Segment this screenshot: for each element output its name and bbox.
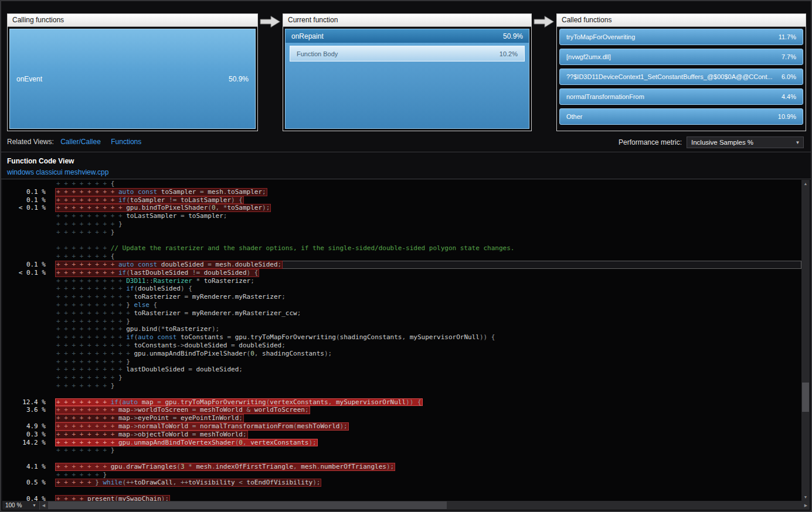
code-lines: + + + + + + + {0.1 %+ + + + + + + + auto… [2, 180, 801, 501]
current-function-name: onRepaint [291, 32, 324, 40]
code-line[interactable]: + + + + + + + { [2, 252, 801, 261]
line-sample-percent [2, 374, 46, 382]
called-function-bar[interactable]: ??$ID3D11DeviceContext1_SetConstantBuffe… [559, 69, 803, 85]
code-line[interactable]: + + + + + + + + + gpu.bind(*toRasterizer… [2, 325, 801, 333]
calling-functions-panel: Calling functions onEvent 50.9% [7, 13, 258, 131]
code-line[interactable]: 14.2 %+ + + + + + + + gpu.unmapAndBindTo… [2, 439, 801, 447]
code-line[interactable]: + + + + + + + } [2, 228, 801, 237]
code-line[interactable]: + + + + + + + + + if(auto const toConsta… [2, 333, 801, 342]
code-line[interactable]: < 0.1 %+ + + + + + + + if(lastDoubleSide… [2, 269, 801, 277]
code-line[interactable]: 0.1 %+ + + + + + + + if(toSampler != toL… [2, 196, 801, 204]
line-code: + + + + + + + + } [55, 374, 124, 382]
code-line[interactable]: + + + + + + + + + } else { [2, 301, 801, 309]
called-function-bar[interactable]: normalTransformationFrom4.4% [559, 88, 803, 105]
related-view-link-caller-callee[interactable]: Caller/Callee [60, 138, 101, 146]
code-line[interactable]: + + + + + + + + } [2, 220, 801, 228]
called-function-label: tryToMapForOverwriting [566, 33, 635, 40]
called-function-bar[interactable]: tryToMapForOverwriting11.7% [559, 29, 803, 45]
code-line[interactable]: + + + + + + + + + + toRasterizer = myRen… [2, 293, 801, 301]
code-line[interactable] [2, 487, 801, 495]
line-code: + + + + + + + + + if(doubleSided) { [55, 285, 193, 293]
current-function-header[interactable]: onRepaint 50.9% [286, 29, 529, 43]
called-function-value: 7.7% [782, 53, 796, 60]
code-line[interactable]: + + + + + + + + + + toRasterizer = myRen… [2, 309, 801, 318]
code-line[interactable]: 4.9 %+ + + + + + + + map->normalToWorld … [2, 422, 801, 431]
current-function-panel: Current function onRepaint 50.9% Functio… [283, 13, 532, 131]
code-line[interactable]: 12.4 %+ + + + + + + if(auto map = gpu.tr… [2, 398, 801, 407]
code-line[interactable]: 4.1 %+ + + + + + + gpu.drawTriangles(3 *… [2, 463, 801, 471]
code-line[interactable] [2, 390, 801, 398]
code-line[interactable]: + + + + + + + } [2, 382, 801, 390]
code-line[interactable]: + + + + + + + // Update the rasterizer a… [2, 244, 801, 252]
code-line[interactable] [2, 237, 801, 245]
called-function-label: normalTransformationFrom [566, 93, 644, 100]
code-line[interactable]: + + + + + + + + + D3D11::Rasterizer * to… [2, 277, 801, 285]
code-line[interactable]: + + + + + + } [2, 471, 801, 479]
performance-metric-select[interactable]: Inclusive Samples % ▼ [687, 136, 804, 148]
current-function-body: onRepaint 50.9% Function Body 10.2% [283, 27, 531, 131]
related-view-link-functions[interactable]: Functions [111, 138, 141, 146]
code-line[interactable]: < 0.1 %+ + + + + + + + + gpu.bindToPixel… [2, 204, 801, 212]
line-code: + + + + + + + { [55, 252, 115, 261]
called-function-label: [nvwgf2umx.dll] [566, 53, 611, 60]
code-line[interactable]: 3.6 %+ + + + + + + + map->worldToScreen … [2, 406, 801, 414]
called-function-label: ??$ID3D11DeviceContext1_SetConstantBuffe… [566, 73, 773, 80]
code-line[interactable] [2, 455, 801, 463]
line-sample-percent [2, 414, 46, 422]
source-file-link[interactable]: windows classicui meshview.cpp [7, 168, 108, 176]
code-line[interactable]: 0.4 %+ + + + present(mySwapChain); [2, 495, 801, 501]
code-line[interactable]: + + + + + + + + map->eyePoint = eyePoint… [2, 414, 801, 422]
line-code: + + + + + + + + + } [55, 358, 131, 366]
code-line-current[interactable]: 0.1 %+ + + + + + + + auto const doubleSi… [2, 261, 801, 269]
line-sample-percent: 0.5 % [2, 479, 46, 487]
horizontal-scrollbar[interactable]: ◀ ▶ [40, 501, 810, 510]
called-function-value: 6.0% [782, 73, 796, 80]
scroll-right-icon[interactable]: ▶ [802, 501, 810, 510]
line-sample-percent [2, 301, 46, 309]
called-function-bar[interactable]: Other10.9% [559, 108, 803, 125]
line-sample-percent [2, 382, 46, 390]
line-code: + + + + + + + + } [55, 220, 124, 228]
code-line[interactable]: 0.5 %+ + + + + } while(++toDrawCall, ++t… [2, 479, 801, 487]
zoom-level-select[interactable]: 100 % ▼ [2, 501, 40, 510]
code-line[interactable]: 0.3 %+ + + + + + + + map->objectToWorld … [2, 431, 801, 439]
line-code: + + + + + + + } [55, 446, 115, 455]
calling-function-value: 50.9% [229, 75, 249, 83]
current-function-value: 50.9% [503, 32, 523, 40]
line-sample-percent [2, 277, 46, 285]
code-line[interactable]: + + + + + + + + + if(doubleSided) { [2, 285, 801, 293]
line-code: + + + + + + + + map->eyePoint = eyePoint… [55, 414, 244, 422]
current-function-box[interactable]: onRepaint 50.9% Function Body 10.2% [285, 29, 529, 129]
code-line[interactable]: + + + + + + + + + } [2, 318, 801, 326]
code-line[interactable]: + + + + + + + + + } [2, 358, 801, 366]
code-view[interactable]: + + + + + + + {0.1 %+ + + + + + + + auto… [2, 180, 801, 501]
code-line[interactable]: + + + + + + + + + lastDoubleSided = doub… [2, 366, 801, 374]
vertical-scrollbar[interactable]: ▲ ▼ [801, 180, 810, 501]
chevron-down-icon: ▼ [793, 140, 802, 145]
code-line[interactable]: + + + + + + + + + + gpu.unmapAndBindToPi… [2, 350, 801, 358]
called-functions-title: Called functions [557, 14, 806, 27]
called-function-bar[interactable]: [nvwgf2umx.dll]7.7% [559, 49, 803, 65]
line-sample-percent [2, 180, 46, 188]
scroll-down-icon[interactable]: ▼ [801, 493, 810, 501]
line-sample-percent [2, 318, 46, 326]
code-line[interactable]: + + + + + + + + + + toConstants->doubleS… [2, 342, 801, 350]
calling-function-box[interactable]: onEvent 50.9% [9, 29, 256, 129]
code-line[interactable]: + + + + + + + + } [2, 374, 801, 382]
line-sample-percent [2, 293, 46, 301]
scroll-up-icon[interactable]: ▲ [801, 180, 810, 187]
vertical-scrollbar-thumb[interactable] [802, 383, 809, 412]
called-function-label: Other [566, 113, 583, 120]
function-body-bar[interactable]: Function Body 10.2% [290, 46, 525, 62]
called-function-value: 10.9% [778, 113, 796, 120]
flow-arrow-icon [534, 15, 555, 28]
horizontal-scrollbar-thumb[interactable] [48, 501, 447, 509]
code-line[interactable]: 0.1 %+ + + + + + + + auto const toSample… [2, 188, 801, 196]
line-code: + + + + + + + + auto const doubleSided =… [55, 261, 283, 269]
line-sample-percent [2, 487, 46, 495]
code-line[interactable]: + + + + + + + { [2, 180, 801, 188]
code-line[interactable]: + + + + + + + + + toLastSampler = toSamp… [2, 212, 801, 220]
scroll-left-icon[interactable]: ◀ [40, 501, 47, 510]
code-line[interactable]: + + + + + + + } [2, 446, 801, 455]
line-sample-percent [2, 309, 46, 318]
